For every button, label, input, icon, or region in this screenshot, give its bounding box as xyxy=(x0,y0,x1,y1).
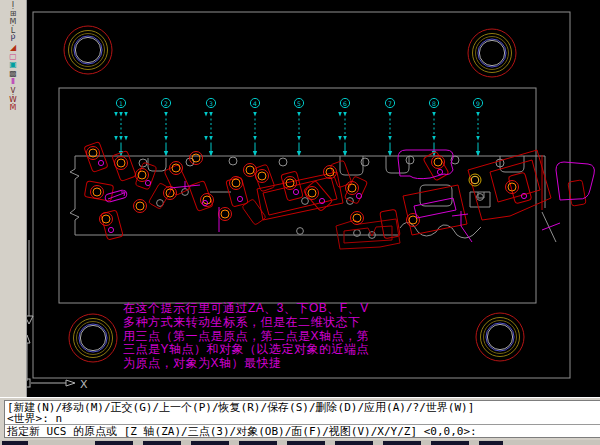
ucs-x-rotate-icon[interactable]: Ⅱ xyxy=(3,78,23,87)
command-history: [新建(N)/移动(M)/正交(G)/上一个(P)/恢复(R)/保存(S)/删除… xyxy=(5,401,600,425)
annotation-text: 在这个提示行里可通过ZA、3、下OB、F、V 多种方式来转动坐标系，但是在二维状… xyxy=(123,302,369,371)
annotation-line: 用三点（第一点是原点，第二点是X轴点，第 xyxy=(123,330,369,344)
balloon-label-6: 6 xyxy=(343,100,347,107)
ucs-previous-icon[interactable]: Ṃ xyxy=(3,18,23,27)
ucs-object-icon[interactable]: Ṗ xyxy=(3,35,23,44)
ucs-view-icon[interactable]: ◢ xyxy=(3,44,23,53)
balloon-label-7: 7 xyxy=(388,100,392,107)
command-history-line: [新建(N)/移动(M)/正交(G)/上一个(P)/恢复(R)/保存(S)/删除… xyxy=(7,402,598,413)
ucs-toolbar: Ṭ ⊞ Ṃ Ḹ Ṗ ◢ ▢ ▣ ▩ Ⅱ Ṿ Ẉ Ṁ xyxy=(0,0,27,397)
balloon-label-3: 3 xyxy=(209,100,213,107)
status-coordinates xyxy=(2,441,28,445)
ucs-face-icon[interactable]: Ḹ xyxy=(3,27,23,36)
balloon-label-2: 2 xyxy=(164,100,168,107)
status-toggle-button[interactable] xyxy=(143,441,181,445)
annotation-line: 在这个提示行里可通过ZA、3、下OB、F、V xyxy=(123,302,369,316)
balloon-label-5: 5 xyxy=(297,100,301,107)
command-history-line: <世界>: n xyxy=(7,413,598,424)
status-toggle-button[interactable] xyxy=(479,441,503,445)
drilled-holes xyxy=(87,147,519,227)
status-toggle-button[interactable] xyxy=(383,441,421,445)
status-toggle-button[interactable] xyxy=(431,441,469,445)
status-toggle-button[interactable] xyxy=(335,441,373,445)
ucs-apply-icon[interactable]: Ṁ xyxy=(3,104,23,113)
ucs-icon[interactable]: Ṭ xyxy=(3,1,23,10)
ucs-axis-marker: X xyxy=(27,240,88,391)
balloon-label-9: 9 xyxy=(476,100,480,107)
status-toggle-button[interactable] xyxy=(287,441,325,445)
ucs-zaxis-icon[interactable]: ▣ xyxy=(3,61,23,70)
balloon-callouts: 1 2 3 4 5 6 7 8 9 xyxy=(114,98,482,156)
balloon-label-4: 4 xyxy=(253,100,257,107)
ucs-z-rotate-icon[interactable]: Ẉ xyxy=(3,96,23,105)
ucs-y-rotate-icon[interactable]: Ṿ xyxy=(3,87,23,96)
annotation-line: 多种方式来转动坐标系，但是在二维状态下 xyxy=(123,316,369,330)
ucs-world-icon[interactable]: ⊞ xyxy=(3,10,23,19)
drawing-viewport[interactable]: 1 2 3 4 5 6 7 8 9 xyxy=(27,0,600,397)
command-prompt[interactable]: 指定新 UCS 的原点或 [Z 轴(ZA)/三点(3)/对象(OB)/面(F)/… xyxy=(5,425,600,438)
status-toggle-button[interactable] xyxy=(191,441,229,445)
status-toggle-button[interactable] xyxy=(239,441,277,445)
balloon-label-1: 1 xyxy=(119,100,123,107)
balloon-label-8: 8 xyxy=(432,100,436,107)
status-toggle-button[interactable] xyxy=(95,441,133,445)
annotation-line: 三点是Y轴点）和对象（以选定对象的近端点 xyxy=(123,343,369,357)
ucs-3point-icon[interactable]: ▩ xyxy=(3,70,23,79)
annotation-line: 为原点，对象为X轴）最快捷 xyxy=(123,357,369,371)
ucs-origin-icon[interactable]: ▢ xyxy=(3,53,23,62)
ucs-x-axis-label: X xyxy=(80,378,88,391)
command-window: [新建(N)/移动(M)/正交(G)/上一个(P)/恢复(R)/保存(S)/删除… xyxy=(0,397,600,440)
command-text-area: [新建(N)/移动(M)/正交(G)/上一个(P)/恢复(R)/保存(S)/删除… xyxy=(4,400,600,438)
status-bar xyxy=(0,440,600,445)
